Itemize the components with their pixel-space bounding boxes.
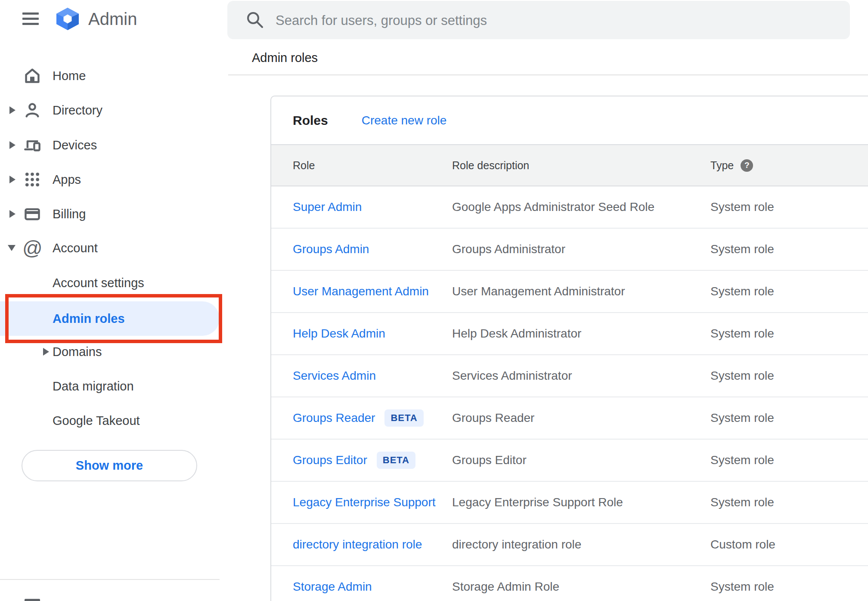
sidebar-item-apps[interactable]: Apps [0, 162, 228, 197]
role-type: System role [710, 411, 868, 425]
role-type: System role [710, 242, 868, 256]
sidebar-item-devices[interactable]: Devices [0, 128, 228, 162]
role-description: Groups Administrator [452, 242, 710, 256]
role-description: Groups Editor [452, 453, 710, 467]
role-description: Help Desk Administrator [452, 327, 710, 341]
apps-grid-icon [24, 171, 41, 188]
card-title: Roles [293, 113, 328, 128]
sidebar-item-google-takeout[interactable]: Google Takeout [0, 403, 228, 438]
sidebar-item-label: Google Takeout [53, 414, 140, 428]
beta-badge: BETA [384, 409, 423, 427]
role-link[interactable]: directory integration role [293, 538, 422, 551]
sidebar-item-admin-roles[interactable]: Admin roles [0, 301, 228, 336]
admin-logo: Admin [55, 6, 137, 32]
header-divider [228, 74, 868, 75]
sidebar-item-label: Data migration [53, 379, 134, 393]
create-new-role-link[interactable]: Create new role [362, 114, 447, 127]
column-header-description: Role description [452, 159, 710, 172]
table-row: directory integration role directory int… [271, 524, 868, 566]
role-type: System role [710, 580, 868, 594]
sidebar-item-label: Account [53, 241, 98, 255]
table-row: Services Admin Services Administrator Sy… [271, 355, 868, 397]
show-more-label: Show more [76, 458, 143, 473]
role-description: User Management Administrator [452, 285, 710, 298]
role-description: Google Apps Administrator Seed Role [452, 200, 710, 214]
expand-arrow-icon[interactable] [9, 210, 16, 218]
show-more-button[interactable]: Show more [22, 450, 197, 481]
sidebar-item-label: Directory [53, 103, 102, 118]
sidebar-item-data-migration[interactable]: Data migration [0, 369, 228, 403]
collapse-arrow-icon[interactable] [8, 245, 16, 251]
sidebar-item-billing[interactable]: Billing [0, 197, 228, 231]
role-description: directory integration role [452, 538, 710, 551]
role-link[interactable]: Help Desk Admin [293, 327, 385, 340]
billing-card-icon [24, 205, 41, 223]
table-row: Legacy Enterprise Support Legacy Enterpr… [271, 482, 868, 524]
sidebar-item-label: Apps [53, 173, 81, 187]
person-icon [24, 102, 41, 119]
account-at-icon: @ [22, 238, 43, 258]
column-header-type: Type [710, 159, 734, 172]
admin-hexagon-logo-icon [55, 7, 81, 31]
sidebar-item-account[interactable]: @ Account [0, 231, 228, 265]
role-description: Legacy Enterprise Support Role [452, 496, 710, 509]
role-type: System role [710, 496, 868, 509]
beta-badge: BETA [377, 452, 415, 469]
sidebar-item-label: Account settings [53, 276, 144, 290]
role-link[interactable]: Groups Admin [293, 242, 369, 256]
role-description: Groups Reader [452, 411, 710, 425]
role-type: System role [710, 285, 868, 298]
devices-icon [24, 136, 41, 154]
role-description: Storage Admin Role [452, 580, 710, 594]
app-title: Admin [88, 6, 137, 32]
sidebar-item-account-settings[interactable]: Account settings [0, 266, 228, 300]
hamburger-menu-icon[interactable] [22, 11, 39, 26]
sidebar-item-directory[interactable]: Directory [0, 93, 228, 127]
search-bar[interactable] [227, 1, 850, 39]
roles-card: Roles Create new role Role Role descript… [270, 96, 868, 601]
breadcrumb: Admin roles [252, 51, 318, 65]
sidebar-item-label: Home [53, 69, 86, 83]
search-input[interactable] [275, 1, 828, 40]
table-row: User Management Admin User Management Ad… [271, 271, 868, 313]
table-row: Groups Editor BETA Groups Editor System … [271, 440, 868, 482]
role-type: System role [710, 369, 868, 383]
help-icon[interactable]: ? [741, 159, 753, 172]
role-type: Custom role [710, 538, 868, 551]
table-row: Groups Reader BETA Groups Reader System … [271, 397, 868, 440]
card-title-row: Roles Create new role [271, 96, 868, 144]
role-link[interactable]: Storage Admin [293, 580, 372, 593]
role-type: System role [710, 327, 868, 341]
sidebar: Admin Home Directory Devices [0, 0, 228, 601]
expand-arrow-icon[interactable] [9, 106, 16, 114]
expand-arrow-icon[interactable] [9, 176, 16, 183]
table-row: Super Admin Google Apps Administrator Se… [271, 186, 868, 229]
sidebar-item-label: Devices [53, 138, 97, 152]
role-link[interactable]: Groups Editor [293, 453, 367, 467]
sidebar-item-domains[interactable]: Domains [0, 335, 228, 369]
home-icon [24, 67, 41, 84]
role-description: Services Administrator [452, 369, 710, 383]
sidebar-item-label: Admin roles [53, 312, 125, 326]
role-link[interactable]: Super Admin [293, 200, 362, 214]
role-link[interactable]: Services Admin [293, 369, 376, 382]
role-link[interactable]: Legacy Enterprise Support [293, 496, 436, 509]
sidebar-header: Admin [0, 0, 228, 39]
role-type: System role [710, 453, 868, 467]
table-row: Groups Admin Groups Administrator System… [271, 229, 868, 271]
sidebar-bottom-divider [0, 579, 220, 580]
role-link[interactable]: Groups Reader [293, 411, 375, 425]
sidebar-item-label: Billing [53, 207, 86, 221]
column-header-role: Role [293, 159, 452, 172]
table-header-row: Role Role description Type ? [271, 144, 868, 186]
role-type: System role [710, 200, 868, 214]
partial-clipped-icon [25, 599, 40, 601]
role-link[interactable]: User Management Admin [293, 285, 429, 298]
sidebar-item-home[interactable]: Home [0, 59, 228, 93]
expand-arrow-icon[interactable] [9, 141, 16, 149]
sidebar-item-label: Domains [53, 345, 102, 359]
table-row: Help Desk Admin Help Desk Administrator … [271, 313, 868, 355]
search-icon [245, 10, 264, 29]
expand-arrow-icon[interactable] [43, 348, 49, 356]
table-row: Storage Admin Storage Admin Role System … [271, 566, 868, 601]
